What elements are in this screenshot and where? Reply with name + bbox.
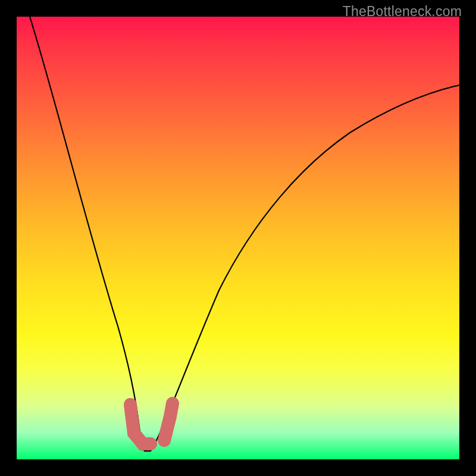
left-marker xyxy=(130,405,151,444)
watermark-text: TheBottleneck.com xyxy=(343,4,462,20)
chart-svg xyxy=(17,17,459,459)
bottleneck-curve xyxy=(30,17,459,451)
chart-area xyxy=(17,17,459,459)
right-marker xyxy=(164,403,173,440)
